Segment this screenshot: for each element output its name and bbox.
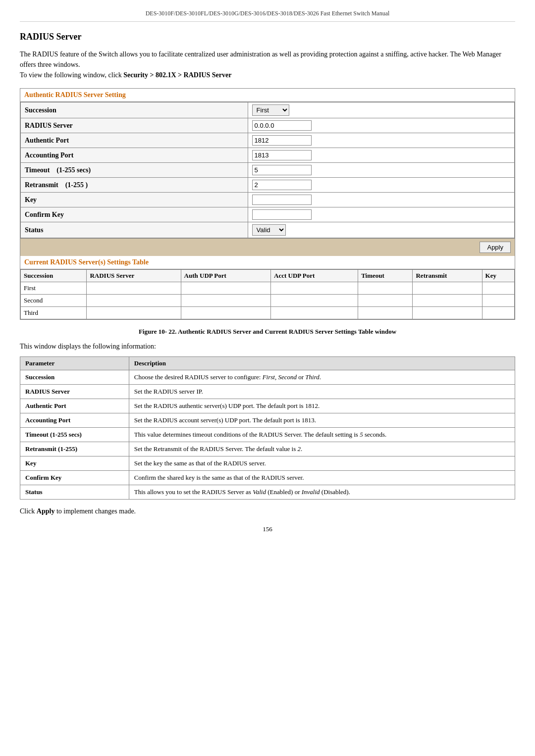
info-table: Parameter Description Succession Choose … — [20, 356, 515, 500]
current-radius-table: Succession RADIUS Server Auth UDP Port A… — [20, 269, 515, 319]
form-row-confirm-key: Confirm Key — [21, 207, 515, 222]
cell-succession-first: First — [21, 282, 87, 295]
cell-auth-second — [181, 295, 270, 307]
table-row: First — [21, 282, 515, 295]
col-retransmit: Retransmit — [413, 270, 482, 282]
intro-line2: To view the following window, click — [20, 71, 123, 79]
info-desc-authentic-port: Set the RADIUS authentic server(s) UDP p… — [129, 399, 515, 413]
col-auth-udp-port: Auth UDP Port — [181, 270, 270, 282]
accounting-port-input[interactable] — [252, 150, 312, 160]
info-row-confirm-key: Confirm Key Confirm the shared key is th… — [20, 471, 515, 485]
succession-select[interactable]: First Second Third — [252, 104, 289, 116]
info-desc-radius-server: Set the RADIUS server IP. — [129, 385, 515, 399]
info-param-confirm-key: Confirm Key — [20, 471, 129, 485]
form-row-authentic-port: Authentic Port — [21, 133, 515, 148]
click-apply-text: Click Apply to implement changes made. — [20, 507, 515, 515]
col-acct-udp-port: Acct UDP Port — [271, 270, 358, 282]
desc-intro: This window displays the following infor… — [20, 343, 515, 351]
current-panel-header: Current RADIUS Server(s) Settings Table — [20, 256, 515, 269]
status-select[interactable]: Valid Invalid — [252, 224, 286, 236]
authentic-radius-panel: Authentic RADIUS Server Setting Successi… — [20, 88, 515, 320]
label-confirm-key: Confirm Key — [21, 207, 248, 222]
info-param-key: Key — [20, 456, 129, 471]
cell-acct-first — [271, 282, 358, 295]
page-title: RADIUS Server — [20, 32, 515, 42]
radius-server-input[interactable] — [252, 120, 312, 131]
cell-retransmit-second — [413, 295, 482, 307]
info-row-radius-server: RADIUS Server Set the RADIUS server IP. — [20, 385, 515, 399]
form-row-retransmit: Retransmit (1-255 ) — [21, 178, 515, 193]
info-row-authentic-port: Authentic Port Set the RADIUS authentic … — [20, 399, 515, 413]
confirm-key-input[interactable] — [252, 209, 312, 220]
intro-line1: The RADIUS feature of the Switch allows … — [20, 50, 501, 68]
cell-auth-third — [181, 307, 270, 319]
authentic-port-input[interactable] — [252, 135, 312, 146]
info-row-status: Status This allows you to set the RADIUS… — [20, 485, 515, 500]
label-radius-server: RADIUS Server — [21, 118, 248, 133]
form-row-timeout: Timeout (1-255 secs) — [21, 163, 515, 178]
info-row-accounting-port: Accounting Port Set the RADIUS account s… — [20, 413, 515, 428]
timeout-input[interactable] — [252, 165, 312, 175]
info-desc-succession: Choose the desired RADIUS server to conf… — [129, 370, 515, 385]
cell-key-third — [482, 307, 514, 319]
label-succession: Succession — [21, 102, 248, 118]
info-col-description: Description — [129, 357, 515, 370]
info-desc-retransmit: Set the Retransmit of the RADIUS Server.… — [129, 442, 515, 456]
table-row: Second — [21, 295, 515, 307]
apply-button[interactable]: Apply — [480, 242, 511, 253]
cell-retransmit-third — [413, 307, 482, 319]
form-row-key: Key — [21, 193, 515, 207]
info-param-succession: Succession — [20, 370, 129, 385]
cell-succession-third: Third — [21, 307, 87, 319]
value-accounting-port — [248, 148, 514, 163]
value-succession: First Second Third — [248, 102, 514, 118]
form-row-accounting-port: Accounting Port — [21, 148, 515, 163]
info-param-status: Status — [20, 485, 129, 500]
info-row-retransmit: Retransmit (1-255) Set the Retransmit of… — [20, 442, 515, 456]
cell-acct-third — [271, 307, 358, 319]
info-param-radius-server: RADIUS Server — [20, 385, 129, 399]
table-row: Third — [21, 307, 515, 319]
value-radius-server — [248, 118, 514, 133]
key-input[interactable] — [252, 195, 312, 205]
value-timeout — [248, 163, 514, 178]
label-authentic-port: Authentic Port — [21, 133, 248, 148]
cell-timeout-second — [358, 295, 413, 307]
figure-caption: Figure 10- 22. Authentic RADIUS Server a… — [20, 328, 515, 336]
col-radius-server: RADIUS Server — [87, 270, 181, 282]
info-desc-confirm-key: Confirm the shared key is the same as th… — [129, 471, 515, 485]
info-row-timeout: Timeout (1-255 secs) This value determin… — [20, 428, 515, 442]
table-header-row: Succession RADIUS Server Auth UDP Port A… — [21, 270, 515, 282]
col-key: Key — [482, 270, 514, 282]
info-row-succession: Succession Choose the desired RADIUS ser… — [20, 370, 515, 385]
info-desc-accounting-port: Set the RADIUS account server(s) UDP por… — [129, 413, 515, 428]
info-row-key: Key Set the key the same as that of the … — [20, 456, 515, 471]
col-timeout: Timeout — [358, 270, 413, 282]
value-status: Valid Invalid — [248, 222, 514, 238]
intro-nav: Security > 802.1X > RADIUS Server — [123, 71, 231, 79]
cell-radius-second — [87, 295, 181, 307]
info-desc-timeout: This value determines timeout conditions… — [129, 428, 515, 442]
cell-radius-third — [87, 307, 181, 319]
form-row-succession: Succession First Second Third — [21, 102, 515, 118]
info-param-accounting-port: Accounting Port — [20, 413, 129, 428]
cell-key-second — [482, 295, 514, 307]
intro-text: The RADIUS feature of the Switch allows … — [20, 49, 515, 80]
label-status: Status — [21, 222, 248, 238]
info-desc-status: This allows you to set the RADIUS Server… — [129, 485, 515, 500]
label-key: Key — [21, 193, 248, 207]
info-param-timeout: Timeout (1-255 secs) — [20, 428, 129, 442]
cell-auth-first — [181, 282, 270, 295]
authentic-panel-header: Authentic RADIUS Server Setting — [20, 89, 515, 102]
retransmit-input[interactable] — [252, 180, 312, 190]
value-confirm-key — [248, 207, 514, 222]
cell-retransmit-first — [413, 282, 482, 295]
label-timeout: Timeout (1-255 secs) — [21, 163, 248, 178]
cell-radius-first — [87, 282, 181, 295]
value-retransmit — [248, 178, 514, 193]
cell-timeout-third — [358, 307, 413, 319]
label-retransmit: Retransmit (1-255 ) — [21, 178, 248, 193]
apply-row: Apply — [20, 238, 515, 256]
cell-succession-second: Second — [21, 295, 87, 307]
info-col-parameter: Parameter — [20, 357, 129, 370]
